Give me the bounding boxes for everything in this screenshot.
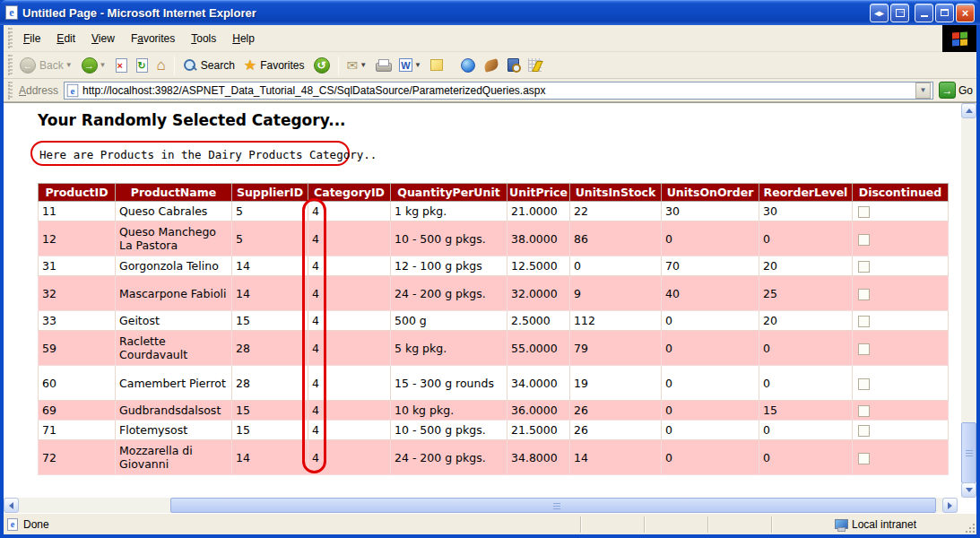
- address-dropdown-button[interactable]: ▼: [915, 82, 931, 99]
- menu-favorites[interactable]: Favorites: [123, 30, 183, 48]
- table-cell: 20: [759, 256, 853, 276]
- table-cell-discontinued: [853, 331, 949, 366]
- menu-view[interactable]: View: [83, 30, 123, 48]
- discontinued-checkbox[interactable]: [858, 316, 870, 327]
- refresh-button[interactable]: ↻: [132, 56, 152, 74]
- vertical-scrollbar[interactable]: [961, 103, 976, 498]
- discontinued-checkbox[interactable]: [858, 343, 870, 355]
- table-cell: 21.5000: [507, 421, 570, 440]
- print-button[interactable]: [371, 57, 395, 73]
- menu-tools[interactable]: Tools: [183, 30, 224, 48]
- favorites-label: Favorites: [260, 59, 304, 72]
- table-cell: 14: [570, 440, 662, 475]
- table-cell: 21.0000: [507, 202, 570, 221]
- resize-grip[interactable]: [965, 523, 976, 534]
- table-cell: 15: [232, 311, 308, 331]
- vertical-scroll-thumb[interactable]: [961, 422, 976, 483]
- table-cell: Camembert Pierrot: [116, 366, 232, 401]
- table-header-row: ProductIDProductNameSupplierIDCategoryID…: [39, 184, 949, 202]
- address-input[interactable]: e http://localhost:3982/ASPNET_Data_Tuto…: [64, 82, 933, 100]
- address-label: Address: [19, 84, 58, 97]
- title-bar[interactable]: e Untitled Page - Microsoft Internet Exp…: [0, 0, 980, 25]
- discontinued-checkbox[interactable]: [858, 261, 870, 273]
- close-icon: ×: [962, 6, 969, 20]
- table-cell: 112: [570, 311, 662, 331]
- go-arrow-icon: →: [939, 82, 956, 99]
- column-header: ProductName: [116, 184, 232, 202]
- stop-button[interactable]: ×: [111, 56, 132, 74]
- search-button[interactable]: Search: [178, 56, 239, 74]
- table-cell: 0: [759, 366, 853, 401]
- throbber: [942, 25, 976, 52]
- table-cell: 5: [232, 202, 308, 221]
- table-row: 60Camembert Pierrot28415 - 300 g rounds3…: [39, 366, 949, 401]
- table-cell-discontinued: [853, 421, 949, 440]
- horizontal-scroll-thumb[interactable]: [170, 498, 936, 513]
- toolbar-grip[interactable]: [8, 28, 13, 48]
- table-cell: 24 - 200 g pkgs.: [391, 276, 507, 311]
- table-cell: 79: [570, 331, 662, 366]
- mail-dropdown-icon[interactable]: ▼: [360, 61, 367, 69]
- maximize-icon: [941, 9, 949, 16]
- discuss-button[interactable]: [426, 57, 447, 73]
- scroll-up-button[interactable]: [961, 103, 976, 118]
- table-cell: 28: [232, 366, 308, 401]
- popout-button[interactable]: [890, 4, 909, 22]
- research-button[interactable]: [480, 58, 503, 73]
- discontinued-checkbox[interactable]: [858, 425, 870, 437]
- discontinued-checkbox[interactable]: [858, 453, 870, 464]
- forward-dropdown-icon[interactable]: ▼: [100, 61, 107, 69]
- toolbar-grip2[interactable]: [8, 55, 13, 75]
- close-button[interactable]: ×: [956, 4, 975, 22]
- menu-edit[interactable]: Edit: [48, 30, 83, 48]
- go-button[interactable]: → Go: [939, 82, 973, 99]
- scroll-left-button[interactable]: [4, 498, 19, 513]
- column-header: QuantityPerUnit: [391, 184, 507, 202]
- discontinued-checkbox[interactable]: [858, 405, 870, 417]
- separator: [338, 56, 339, 75]
- scroll-down-button[interactable]: [961, 482, 976, 498]
- column-header: ReorderLevel: [759, 184, 853, 202]
- table-cell: 10 - 500 g pkgs.: [391, 221, 507, 256]
- discontinued-checkbox[interactable]: [858, 234, 870, 246]
- home-button[interactable]: ⌂: [152, 56, 170, 74]
- history-button[interactable]: ↺: [309, 56, 334, 75]
- table-cell: 71: [39, 421, 116, 440]
- table-cell: 4: [308, 401, 391, 421]
- menu-items: FileEditViewFavoritesToolsHelp: [15, 30, 263, 48]
- table-cell: Gorgonzola Telino: [116, 256, 232, 276]
- horizontal-scrollbar[interactable]: [4, 498, 958, 513]
- back-dropdown-icon[interactable]: ▼: [65, 61, 73, 69]
- back-button[interactable]: ← Back ▼: [15, 56, 77, 75]
- edit-with-word-button[interactable]: W ▼: [395, 56, 426, 74]
- discontinued-checkbox[interactable]: [858, 289, 870, 300]
- reference-button[interactable]: [503, 56, 524, 74]
- table-cell: 59: [39, 331, 116, 366]
- url-text[interactable]: http://localhost:3982/ASPNET_Data_Tutori…: [82, 84, 915, 97]
- table-cell: 40: [662, 276, 759, 311]
- table-cell-discontinued: [853, 202, 949, 221]
- thumb-grip: [553, 503, 560, 510]
- table-cell: 36.0000: [507, 401, 570, 421]
- discontinued-checkbox[interactable]: [858, 206, 870, 218]
- scroll-right-button[interactable]: [942, 498, 958, 513]
- menu-file[interactable]: File: [15, 30, 48, 48]
- forward-button[interactable]: → ▼: [77, 56, 111, 75]
- menu-help[interactable]: Help: [224, 30, 263, 48]
- word-dropdown-icon[interactable]: ▼: [414, 61, 421, 69]
- table-cell-discontinued: [853, 276, 949, 311]
- home-icon: ⌂: [157, 58, 166, 73]
- discontinued-checkbox[interactable]: [858, 378, 870, 390]
- snippet-tool-button[interactable]: [524, 56, 546, 74]
- messenger-button[interactable]: [456, 56, 480, 74]
- minimize-button[interactable]: [915, 4, 933, 22]
- status-bar: e Done Local intranet: [4, 513, 976, 534]
- maximize-button[interactable]: [935, 4, 954, 22]
- toolbar-grip3[interactable]: [8, 82, 13, 100]
- table-cell: 14: [232, 256, 308, 276]
- table-cell: 32.0000: [507, 276, 570, 311]
- pan-arrows-button[interactable]: ◂▸: [870, 4, 889, 22]
- table-cell: 26: [570, 401, 662, 421]
- mail-button[interactable]: ✉ ▼: [343, 56, 372, 75]
- favorites-button[interactable]: ★ Favorites: [239, 55, 309, 75]
